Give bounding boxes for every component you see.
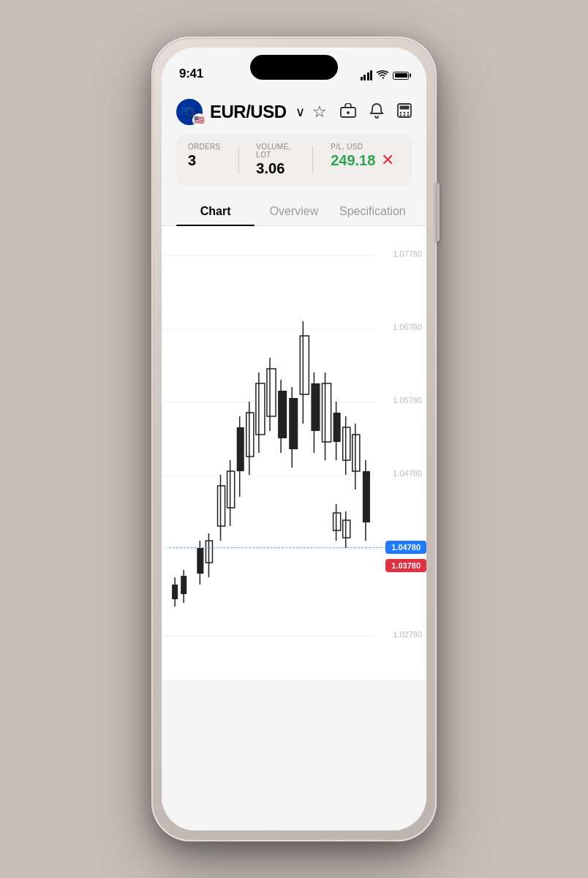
svg-rect-41 xyxy=(333,413,341,442)
svg-point-5 xyxy=(404,111,405,113)
svg-rect-39 xyxy=(323,383,331,442)
svg-rect-43 xyxy=(343,427,350,460)
svg-rect-29 xyxy=(267,369,276,416)
info-stats: ORDERS 3 VOLUME, LOT 3.06 P/L, USD 249.1… xyxy=(188,143,375,177)
svg-rect-23 xyxy=(237,427,244,471)
tabs: Chart Overview Specification xyxy=(162,198,426,226)
svg-rect-19 xyxy=(218,486,225,526)
calculator-icon[interactable] xyxy=(397,103,412,121)
price-label-2: 1.06780 xyxy=(393,323,422,331)
bid-price-line: 1.04780 xyxy=(162,541,426,554)
battery-icon xyxy=(393,72,409,80)
price-label-6: 1.02780 xyxy=(393,630,422,639)
status-time: 9:41 xyxy=(179,67,203,81)
orders-stat: ORDERS 3 xyxy=(188,143,221,177)
svg-rect-33 xyxy=(289,398,298,449)
svg-rect-47 xyxy=(363,471,370,522)
currency-flag: 🇪🇺 🇺🇸 xyxy=(176,99,203,125)
price-label-3: 1.05780 xyxy=(393,396,422,405)
phone-screen: 9:41 xyxy=(162,48,426,830)
svg-rect-3 xyxy=(400,105,410,109)
ask-price-tag: 1.03780 xyxy=(385,559,426,572)
svg-rect-49 xyxy=(333,513,341,530)
candlestick-chart xyxy=(162,226,375,680)
dropdown-chevron[interactable]: ∨ xyxy=(295,104,305,120)
signal-icon xyxy=(361,70,373,80)
tab-chart[interactable]: Chart xyxy=(176,198,255,225)
svg-point-4 xyxy=(400,111,402,113)
us-flag: 🇺🇸 xyxy=(192,113,206,127)
wifi-icon xyxy=(377,70,388,81)
svg-rect-27 xyxy=(256,383,265,435)
stat-divider-2 xyxy=(312,147,313,173)
svg-rect-25 xyxy=(246,413,254,457)
price-label-4: 1.04780 xyxy=(393,469,422,478)
svg-rect-31 xyxy=(278,391,287,438)
svg-point-6 xyxy=(407,111,409,113)
svg-rect-21 xyxy=(227,471,235,508)
close-button[interactable]: ✕ xyxy=(375,147,400,173)
svg-rect-51 xyxy=(343,520,350,538)
watchlist-icon[interactable]: ☆ xyxy=(312,102,327,121)
price-label-1: 1.07780 xyxy=(393,249,422,258)
info-card: ORDERS 3 VOLUME, LOT 3.06 P/L, USD 249.1… xyxy=(176,134,412,186)
notifications-icon[interactable] xyxy=(369,102,384,122)
currency-pair-label: EUR/USD xyxy=(210,102,287,122)
header-actions: ☆ xyxy=(312,102,412,122)
app-content: 🇪🇺 🇺🇸 EUR/USD ∨ ☆ xyxy=(162,87,426,830)
volume-stat: VOLUME, LOT 3.06 xyxy=(256,143,295,177)
svg-rect-11 xyxy=(172,585,178,599)
volume-value: 3.06 xyxy=(256,160,295,177)
app-header: 🇪🇺 🇺🇸 EUR/USD ∨ ☆ xyxy=(162,87,426,134)
svg-point-8 xyxy=(404,114,405,116)
currency-pair[interactable]: 🇪🇺 🇺🇸 EUR/USD ∨ xyxy=(176,99,305,125)
pl-stat: P/L, USD 249.18 xyxy=(331,143,375,177)
svg-rect-13 xyxy=(181,576,186,594)
pl-value: 249.18 xyxy=(331,152,375,169)
volume-label: VOLUME, LOT xyxy=(256,143,295,159)
ask-price-marker: 1.03780 xyxy=(385,559,426,572)
svg-point-7 xyxy=(400,114,402,116)
dynamic-island xyxy=(250,55,338,80)
tab-overview[interactable]: Overview xyxy=(255,198,333,225)
orders-value: 3 xyxy=(188,152,221,169)
chart-area[interactable]: 1.07780 1.06780 1.05780 1.04780 1.03780 … xyxy=(162,226,426,680)
svg-point-1 xyxy=(347,111,350,114)
close-icon: ✕ xyxy=(381,151,394,170)
phone-frame: 9:41 xyxy=(151,37,437,841)
svg-point-9 xyxy=(407,114,409,116)
svg-rect-45 xyxy=(353,435,360,471)
status-icons xyxy=(361,70,410,81)
stat-divider-1 xyxy=(238,147,239,173)
tab-specification[interactable]: Specification xyxy=(333,198,412,225)
portfolio-icon[interactable] xyxy=(340,103,356,121)
svg-rect-37 xyxy=(311,383,320,431)
orders-label: ORDERS xyxy=(188,143,221,151)
bid-price-tag: 1.04780 xyxy=(385,541,426,554)
svg-rect-35 xyxy=(300,336,309,394)
pl-label: P/L, USD xyxy=(331,143,375,151)
bid-price-dash xyxy=(169,547,385,548)
